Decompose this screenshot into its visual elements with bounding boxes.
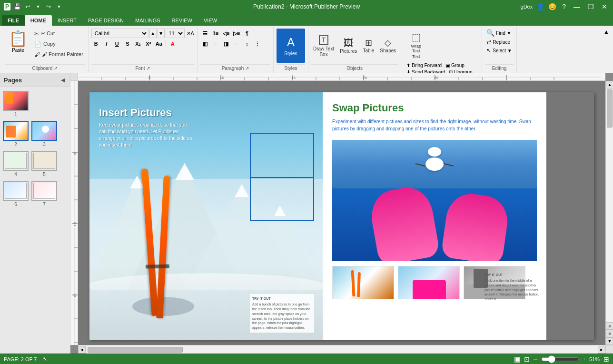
cut-button[interactable]: ✂ ✂ Cut bbox=[32, 29, 85, 39]
tab-insert[interactable]: INSERT bbox=[52, 15, 82, 26]
shapes-button[interactable]: ◇ Shapes bbox=[378, 30, 398, 63]
scroll-contract-button[interactable]: ⊖ bbox=[606, 330, 613, 337]
v-scroll-thumb[interactable] bbox=[607, 89, 613, 128]
subscript-button[interactable]: X₂ bbox=[133, 39, 143, 49]
tab-file[interactable]: FILE bbox=[2, 15, 25, 26]
find-button[interactable]: 🔍 Find ▼ bbox=[485, 29, 513, 37]
indent-less-button[interactable]: ◁≡ bbox=[221, 29, 231, 38]
wrap-text-button[interactable]: ⬚ WrapText Text bbox=[404, 29, 428, 62]
clear-formatting-icon[interactable]: ✕A bbox=[187, 30, 194, 37]
font-size-down-button[interactable]: ▼ bbox=[158, 29, 165, 38]
font-name-select[interactable]: Calibri bbox=[91, 29, 148, 38]
replace-icon: ⇄ bbox=[486, 39, 491, 45]
font-size-select[interactable]: 11 bbox=[166, 29, 185, 38]
page-thumb-3[interactable]: 3 bbox=[31, 121, 57, 147]
bold-button[interactable]: B bbox=[91, 39, 101, 49]
restore-button[interactable]: ❐ bbox=[586, 3, 596, 10]
bring-forward-button[interactable]: ⬆ Bring Forward bbox=[405, 62, 443, 69]
svg-text:20: 20 bbox=[363, 76, 367, 80]
page-thumb-5[interactable]: 5 bbox=[31, 151, 57, 177]
align-center-button[interactable]: ≡ bbox=[211, 39, 220, 49]
format-painter-button[interactable]: 🖌 🖌 Format Painter bbox=[32, 49, 85, 60]
user-account[interactable]: gDex bbox=[521, 4, 533, 10]
tab-review[interactable]: REVIEW bbox=[166, 15, 198, 26]
scroll-down-button[interactable]: ▼ bbox=[606, 337, 613, 345]
replace-button[interactable]: ⇄ Replace bbox=[485, 38, 512, 46]
canvas-area[interactable]: 5 10 15 20 25 bbox=[70, 73, 613, 354]
scroll-expand-button[interactable]: ⊕ bbox=[606, 322, 613, 330]
tab-mailings[interactable]: MAILINGS bbox=[129, 15, 166, 26]
underline-button[interactable]: U bbox=[112, 39, 122, 49]
quick-access-more-button[interactable]: ▼ bbox=[55, 3, 63, 10]
page-thumb-2[interactable]: 2 bbox=[3, 121, 29, 147]
show-marks-button[interactable]: ¶ bbox=[242, 29, 252, 38]
h-scroll-thumb[interactable] bbox=[88, 347, 183, 353]
undo-button[interactable]: ↩ bbox=[24, 3, 31, 10]
try-it-label-right: TRY IT OUT bbox=[484, 273, 539, 277]
help-button[interactable]: ? bbox=[560, 3, 568, 10]
try-it-label-left: TRY IT OUT bbox=[252, 296, 312, 301]
thumb-1 bbox=[332, 266, 394, 299]
close-button[interactable]: ✕ bbox=[600, 3, 609, 10]
superscript-button[interactable]: X² bbox=[144, 39, 153, 49]
tab-view[interactable]: VIEW bbox=[198, 15, 223, 26]
redo-button[interactable]: ↪ bbox=[45, 3, 52, 10]
numbering-button[interactable]: 1≡ bbox=[211, 29, 220, 38]
horizontal-scrollbar[interactable]: ◄ ► bbox=[78, 345, 605, 354]
view-page-button[interactable]: ⊡ bbox=[524, 355, 530, 363]
page-thumb-7[interactable]: 7 bbox=[31, 181, 57, 207]
paragraph-expand-button[interactable]: ↗ bbox=[245, 66, 249, 71]
tab-page-design[interactable]: PAGE DESIGN bbox=[82, 15, 129, 26]
view-normal-button[interactable]: ▣ bbox=[514, 355, 520, 363]
strikethrough-button[interactable]: S bbox=[123, 39, 132, 49]
draw-text-box-button[interactable]: T Draw TextBox bbox=[311, 30, 336, 63]
save-button[interactable]: 💾 bbox=[13, 3, 21, 10]
fit-page-button[interactable]: ⊞ bbox=[603, 355, 609, 363]
format-painter-label: 🖌 Format Painter bbox=[42, 51, 83, 58]
pages-header: Pages ◄ bbox=[0, 73, 70, 87]
line-spacing-button[interactable]: ↕ bbox=[242, 39, 252, 49]
table-button[interactable]: ⊞ Table bbox=[361, 30, 376, 63]
app-title: Publication2 - Microsoft Publisher Previ… bbox=[253, 3, 360, 10]
font-row-1: Calibri ▲ ▼ 11 ✕A bbox=[91, 29, 194, 38]
indent-more-button[interactable]: ▷≡ bbox=[232, 29, 241, 38]
scroll-right-button[interactable]: ► bbox=[598, 346, 605, 354]
paste-button[interactable]: 📋 Paste bbox=[5, 29, 31, 54]
select-button[interactable]: ↖ Select ▼ bbox=[485, 47, 513, 54]
italic-button[interactable]: I bbox=[102, 39, 111, 49]
zoom-minus-button[interactable]: — bbox=[534, 357, 537, 361]
objects-label: Objects bbox=[311, 64, 398, 72]
font-color-button[interactable]: A bbox=[168, 39, 178, 49]
vertical-scrollbar[interactable]: ▲ ⊕ ⊖ ▼ bbox=[605, 81, 613, 345]
page-thumb-4[interactable]: 4 bbox=[3, 151, 29, 177]
page-thumb-6[interactable]: 6 bbox=[3, 181, 29, 207]
clipboard-expand-button[interactable]: ↗ bbox=[54, 66, 58, 71]
pictures-button[interactable]: 🖼 Pictures bbox=[338, 30, 359, 63]
align-right-button[interactable]: ◨ bbox=[221, 39, 231, 49]
zoom-plus-button[interactable]: + bbox=[583, 357, 585, 361]
undo-dropdown-button[interactable]: ▼ bbox=[34, 3, 42, 10]
styles-button[interactable]: A Styles bbox=[277, 29, 305, 63]
case-button[interactable]: Aa bbox=[154, 39, 164, 49]
font-size-up-button[interactable]: ▲ bbox=[149, 29, 157, 38]
styles-icon: A bbox=[287, 36, 295, 49]
try-it-desc-right: Click one item in the middle of a pictur… bbox=[484, 278, 539, 302]
font-expand-button[interactable]: ↗ bbox=[146, 66, 150, 71]
tab-home[interactable]: HOME bbox=[25, 15, 52, 26]
justify-button[interactable]: ≡ bbox=[232, 39, 241, 49]
align-left-button[interactable]: ◧ bbox=[200, 39, 210, 49]
ribbon-collapse-button[interactable]: ▲ bbox=[603, 29, 609, 35]
copy-button[interactable]: 📄 Copy bbox=[32, 39, 85, 49]
pages-collapse-button[interactable]: ◄ bbox=[59, 76, 66, 84]
find-icon: 🔍 bbox=[486, 29, 494, 37]
scroll-left-button[interactable]: ◄ bbox=[78, 346, 86, 354]
minimize-button[interactable]: — bbox=[572, 3, 582, 10]
zoom-slider[interactable] bbox=[541, 357, 579, 362]
document-scroll-area[interactable]: Insert Pictures Keep your pictures organ… bbox=[78, 81, 605, 345]
ribbon-collapse-area: ▲ bbox=[602, 27, 611, 73]
scroll-up-button[interactable]: ▲ bbox=[606, 81, 613, 89]
bullets-button[interactable]: ☰ bbox=[200, 29, 210, 38]
column-button[interactable]: ⋮ bbox=[253, 39, 262, 49]
page-thumb-1[interactable]: 1 bbox=[3, 91, 29, 117]
group-button[interactable]: ▣ Group bbox=[444, 62, 466, 69]
